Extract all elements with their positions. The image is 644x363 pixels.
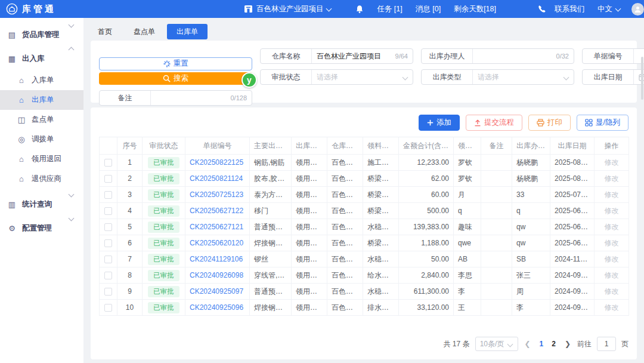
- doc-number-link[interactable]: CK20240925097: [190, 287, 243, 296]
- cell-row-number: 10: [117, 300, 143, 316]
- notification-bell[interactable]: [355, 5, 364, 14]
- cell-recipient: qwe: [454, 235, 481, 251]
- modify-link[interactable]: 修改: [605, 271, 619, 279]
- tasks-link[interactable]: 任务 [1]: [377, 4, 402, 14]
- cell-out-date: 2024-09-24: [550, 284, 595, 300]
- sidebar-item[interactable]: ⌂ 退供应商: [0, 169, 83, 189]
- prev-page-button[interactable]: ❮: [524, 340, 532, 348]
- cell-amount: 611,300.00: [399, 284, 454, 300]
- floating-widget-badge[interactable]: y: [242, 72, 257, 88]
- cell-main-items: 移门: [250, 203, 292, 219]
- doc-number-link[interactable]: CK20241129106: [190, 255, 243, 263]
- row-checkbox[interactable]: [104, 288, 112, 296]
- cell-row-number: 9: [117, 284, 143, 300]
- tab[interactable]: 出库单: [167, 24, 208, 39]
- doc-number-link[interactable]: CK20250725123: [190, 190, 243, 199]
- page-scrollbar-thumb[interactable]: [641, 57, 643, 100]
- modify-link[interactable]: 修改: [605, 174, 619, 183]
- out-handler-input[interactable]: [478, 52, 553, 60]
- page-number[interactable]: 2: [549, 340, 558, 348]
- show-hide-columns-button[interactable]: 显/隐列: [577, 115, 628, 131]
- row-checkbox[interactable]: [104, 239, 112, 247]
- search-button[interactable]: 搜索 y: [99, 72, 252, 85]
- out-type-select[interactable]: 请选择: [473, 70, 574, 84]
- sidebar-item[interactable]: ⌂ 入库单: [0, 70, 83, 90]
- sidebar-item[interactable]: ▥ 统计查询: [0, 192, 83, 216]
- doc-number-link[interactable]: CK20250627122: [190, 207, 243, 215]
- modify-link[interactable]: 修改: [605, 287, 619, 296]
- row-checkbox[interactable]: [104, 175, 112, 183]
- page-numbers: 12: [537, 340, 558, 348]
- sidebar-item[interactable]: ◎ 调拨单: [0, 130, 83, 149]
- doc-number-link[interactable]: CK20250627121: [190, 223, 243, 231]
- messages-link[interactable]: 消息 [0]: [416, 4, 441, 14]
- sidebar-item[interactable]: ▤ 货品库管理: [0, 23, 83, 47]
- warehouse-name-input[interactable]: [317, 52, 392, 60]
- print-button[interactable]: 打印: [528, 115, 571, 131]
- cell-remark: [481, 235, 512, 251]
- doc-number-link[interactable]: CK20250822125: [190, 158, 243, 167]
- doc-number-link[interactable]: CK20240925096: [190, 303, 243, 312]
- outbound-order-icon: ⌂: [17, 96, 26, 104]
- search-icon: [163, 75, 171, 82]
- contact-us-link[interactable]: 联系我们: [555, 4, 584, 14]
- sidebar-item-label: 退供应商: [32, 174, 61, 184]
- row-checkbox[interactable]: [104, 272, 112, 279]
- status-badge: 已审批: [148, 302, 179, 313]
- sidebar-item[interactable]: ⌂ 领用退回: [0, 149, 83, 169]
- doc-number-link[interactable]: CK20240926098: [190, 271, 243, 279]
- language-selector[interactable]: 中文: [597, 4, 621, 14]
- submit-flow-button[interactable]: 提交流程: [466, 115, 522, 131]
- sidebar-item[interactable]: ⚙ 配置管理: [0, 216, 83, 240]
- sidebar-item-label: 出入库: [22, 54, 45, 64]
- row-checkbox[interactable]: [104, 159, 112, 167]
- doc-number-link[interactable]: CK20250620120: [190, 239, 243, 247]
- modify-link[interactable]: 修改: [605, 158, 619, 167]
- doc-number-link[interactable]: CK20250821124: [190, 174, 243, 183]
- cell-request-unit: 桥梁施工...: [363, 171, 399, 187]
- cell-amount: 139,383.00: [399, 219, 454, 235]
- tab-label: 出库单: [177, 27, 198, 36]
- cell-request-unit: 施工班组E: [363, 155, 399, 171]
- modify-link[interactable]: 修改: [605, 207, 619, 215]
- row-checkbox[interactable]: [104, 207, 112, 215]
- modify-link[interactable]: 修改: [605, 303, 619, 312]
- add-button[interactable]: 添加: [419, 115, 460, 131]
- table-row: 10 已审批 CK20240925096 焊接钢管,... 领用出库 百色林业.…: [100, 300, 629, 316]
- user-avatar[interactable]: [631, 3, 644, 16]
- project-selector[interactable]: 百色林业产业园项目: [244, 4, 332, 14]
- cell-row-number: 6: [117, 235, 143, 251]
- transfer-order-icon: ◎: [17, 135, 26, 144]
- cell-request-unit: 桥梁施工...: [363, 235, 399, 251]
- sidebar-item[interactable]: ◫ 盘点单: [0, 110, 83, 130]
- page-size-select[interactable]: 10条/页: [475, 337, 518, 351]
- approval-status-select[interactable]: 请选择: [312, 70, 413, 84]
- sidebar-item-label: 调拨单: [32, 134, 54, 144]
- row-checkbox[interactable]: [104, 304, 112, 312]
- remark-field: 备注 0/128: [99, 90, 252, 106]
- goods-store-icon: ▤: [7, 30, 17, 39]
- tab[interactable]: 首页: [88, 24, 122, 39]
- sidebar-item[interactable]: ▦ 出入库: [0, 47, 83, 70]
- next-page-button[interactable]: ❯: [564, 340, 572, 348]
- row-checkbox[interactable]: [104, 256, 112, 263]
- status-badge: 已审批: [148, 254, 179, 265]
- modify-link[interactable]: 修改: [605, 255, 619, 263]
- reset-button[interactable]: 重置: [99, 57, 252, 70]
- cell-warehouse: 百色林业...: [327, 300, 363, 316]
- modify-link[interactable]: 修改: [605, 239, 619, 247]
- row-checkbox[interactable]: [104, 191, 112, 199]
- goto-page-input[interactable]: [597, 337, 616, 351]
- remark-input[interactable]: [156, 94, 227, 102]
- sidebar-item-label: 入库单: [32, 75, 54, 85]
- page-number[interactable]: 1: [537, 340, 546, 348]
- cell-warehouse: 百色林业...: [327, 251, 363, 267]
- cell-request-unit: 水稳施工...: [363, 284, 399, 300]
- modify-link[interactable]: 修改: [605, 223, 619, 231]
- cell-out-type: 领用出库: [292, 171, 327, 187]
- cell-request-unit: 桥梁施工...: [363, 203, 399, 219]
- row-checkbox[interactable]: [104, 223, 112, 231]
- modify-link[interactable]: 修改: [605, 190, 619, 199]
- tab[interactable]: 盘点单: [124, 24, 165, 39]
- sidebar-item[interactable]: ⌂ 出库单: [0, 90, 83, 110]
